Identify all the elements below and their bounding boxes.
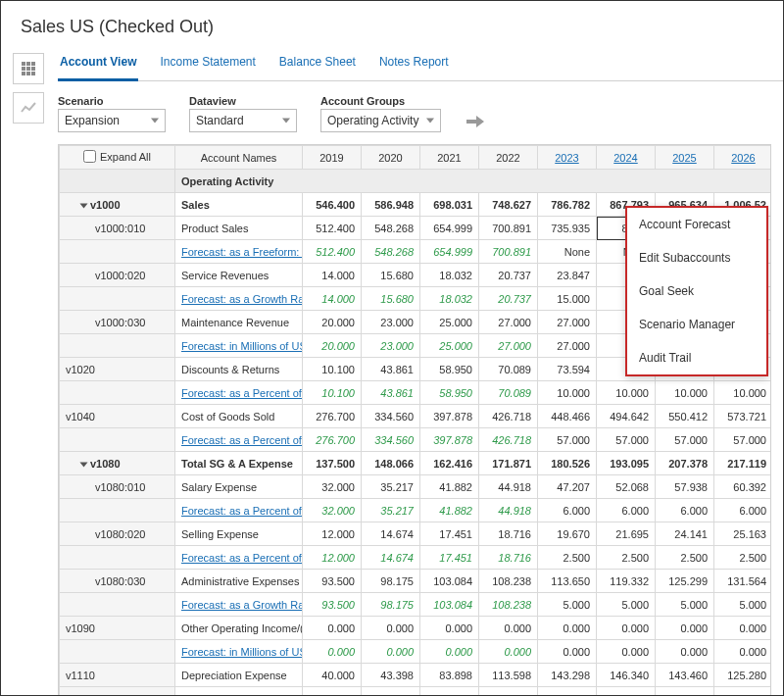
- cell[interactable]: 180.526: [538, 452, 597, 475]
- col-year[interactable]: 2023: [538, 146, 597, 170]
- cell[interactable]: 70.089: [479, 358, 538, 381]
- cell[interactable]: 2.500: [597, 546, 656, 570]
- forecast-link[interactable]: Forecast: as a Growth Rat: [181, 293, 303, 305]
- cell[interactable]: 512.400: [303, 217, 362, 240]
- cell[interactable]: 207.378: [656, 452, 714, 475]
- cell[interactable]: 171.871: [479, 452, 538, 475]
- cell[interactable]: 70.089: [479, 381, 538, 405]
- table-row[interactable]: v1110Depreciation Expense40.00043.39883.…: [60, 664, 772, 687]
- cell[interactable]: 6.000: [538, 499, 597, 522]
- cell[interactable]: 90.000: [656, 687, 714, 697]
- scenario-select[interactable]: Expansion: [58, 109, 166, 132]
- cell[interactable]: 748.627: [479, 193, 538, 217]
- cell[interactable]: 5.000: [714, 593, 772, 617]
- cell[interactable]: 98.175: [362, 570, 420, 593]
- cell[interactable]: 550.412: [656, 405, 714, 428]
- forecast-link[interactable]: Forecast: as a Growth Rat: [181, 599, 303, 611]
- col-year[interactable]: 2024: [597, 146, 656, 170]
- cell[interactable]: 44.918: [479, 499, 538, 522]
- col-year[interactable]: 2020: [362, 146, 420, 170]
- cell[interactable]: 0.000: [303, 640, 362, 664]
- cell[interactable]: 23.000: [362, 311, 420, 334]
- expand-all-checkbox[interactable]: [83, 150, 96, 163]
- forecast-link[interactable]: Forecast: as a Freeform: U: [181, 246, 303, 258]
- cell[interactable]: 57.938: [656, 475, 714, 499]
- ctx-goal-seek[interactable]: Goal Seek: [627, 274, 766, 308]
- dataview-select[interactable]: Standard: [189, 109, 297, 132]
- cell[interactable]: 108.238: [479, 593, 538, 617]
- cell[interactable]: 90.000: [597, 687, 656, 697]
- cell[interactable]: 700.891: [479, 217, 538, 240]
- cell[interactable]: 448.466: [538, 405, 597, 428]
- cell[interactable]: 93.500: [303, 593, 362, 617]
- cell[interactable]: 43.861: [362, 381, 420, 405]
- table-row[interactable]: Forecast: in Millions of US0.0000.0000.0…: [60, 640, 772, 664]
- cell[interactable]: 276.700: [303, 428, 362, 452]
- cell[interactable]: 10.000: [538, 381, 597, 405]
- cell[interactable]: 6.000: [656, 499, 714, 522]
- table-row[interactable]: Forecast: as a Percent of D40.00043.3988…: [60, 687, 772, 697]
- cell[interactable]: 10.100: [303, 358, 362, 381]
- cell[interactable]: 43.861: [362, 358, 420, 381]
- cell[interactable]: 57.000: [656, 428, 714, 452]
- cell[interactable]: 193.095: [597, 452, 656, 475]
- cell[interactable]: 494.642: [597, 405, 656, 428]
- ctx-edit-subaccounts[interactable]: Edit Subaccounts: [627, 241, 766, 274]
- cell[interactable]: 32.000: [303, 475, 362, 499]
- cell[interactable]: 58.950: [420, 381, 479, 405]
- ctx-account-forecast[interactable]: Account Forecast: [627, 208, 766, 241]
- cell[interactable]: 25.163: [714, 522, 772, 546]
- cell[interactable]: 334.560: [362, 405, 420, 428]
- cell[interactable]: 18.032: [420, 264, 479, 287]
- cell[interactable]: 27.000: [538, 334, 597, 358]
- cell[interactable]: 52.068: [597, 475, 656, 499]
- cell[interactable]: 6.000: [597, 499, 656, 522]
- cell[interactable]: 2.500: [656, 546, 714, 570]
- cell[interactable]: 35.217: [362, 499, 420, 522]
- col-year[interactable]: 2026: [714, 146, 772, 170]
- cell[interactable]: 41.882: [420, 499, 479, 522]
- cell[interactable]: 5.000: [538, 593, 597, 617]
- cell[interactable]: 113.598: [479, 664, 538, 687]
- table-row[interactable]: Forecast: as a Percent of S276.700334.56…: [60, 428, 772, 452]
- cell[interactable]: 10.000: [597, 381, 656, 405]
- cell[interactable]: 0.000: [656, 640, 714, 664]
- forecast-link[interactable]: Forecast: as a Percent of S: [181, 505, 303, 517]
- forecast-link[interactable]: Forecast: as a Percent of D: [181, 693, 303, 697]
- cell[interactable]: 90.000: [538, 687, 597, 697]
- tab-account-view[interactable]: Account View: [58, 49, 138, 81]
- cell[interactable]: 0.000: [420, 640, 479, 664]
- cell[interactable]: 14.674: [362, 546, 420, 570]
- cell[interactable]: 15.680: [362, 264, 420, 287]
- cell[interactable]: 0.000: [479, 640, 538, 664]
- forecast-link[interactable]: Forecast: in Millions of US: [181, 340, 303, 352]
- cell[interactable]: 24.141: [656, 522, 714, 546]
- col-year[interactable]: 2021: [420, 146, 479, 170]
- cell[interactable]: 586.948: [362, 193, 420, 217]
- cell[interactable]: 73.594: [538, 358, 597, 381]
- cell[interactable]: 654.999: [420, 240, 479, 264]
- forecast-link[interactable]: Forecast: in Millions of US: [181, 646, 303, 658]
- cell[interactable]: 131.564: [714, 570, 772, 593]
- cell[interactable]: 83.898: [420, 687, 479, 697]
- tab-balance-sheet[interactable]: Balance Sheet: [277, 49, 358, 80]
- apply-arrow-button[interactable]: [465, 111, 486, 132]
- cell[interactable]: 113.598: [479, 687, 538, 697]
- cell[interactable]: 40.000: [303, 687, 362, 697]
- collapse-icon[interactable]: [80, 462, 88, 467]
- cell[interactable]: 57.000: [714, 428, 772, 452]
- cell[interactable]: 735.935: [538, 217, 597, 240]
- cell[interactable]: 125.299: [656, 570, 714, 593]
- cell[interactable]: 548.268: [362, 240, 420, 264]
- cell[interactable]: 162.416: [420, 452, 479, 475]
- grid-view-button[interactable]: [13, 53, 44, 84]
- cell[interactable]: 334.560: [362, 428, 420, 452]
- cell[interactable]: 0.000: [714, 617, 772, 640]
- cell[interactable]: 426.718: [479, 405, 538, 428]
- cell[interactable]: 27.000: [538, 311, 597, 334]
- ctx-scenario-manager[interactable]: Scenario Manager: [627, 308, 766, 341]
- cell[interactable]: 47.207: [538, 475, 597, 499]
- cell[interactable]: 18.032: [420, 287, 479, 311]
- forecast-link[interactable]: Forecast: as a Percent of S: [181, 434, 303, 446]
- cell[interactable]: 14.000: [303, 287, 362, 311]
